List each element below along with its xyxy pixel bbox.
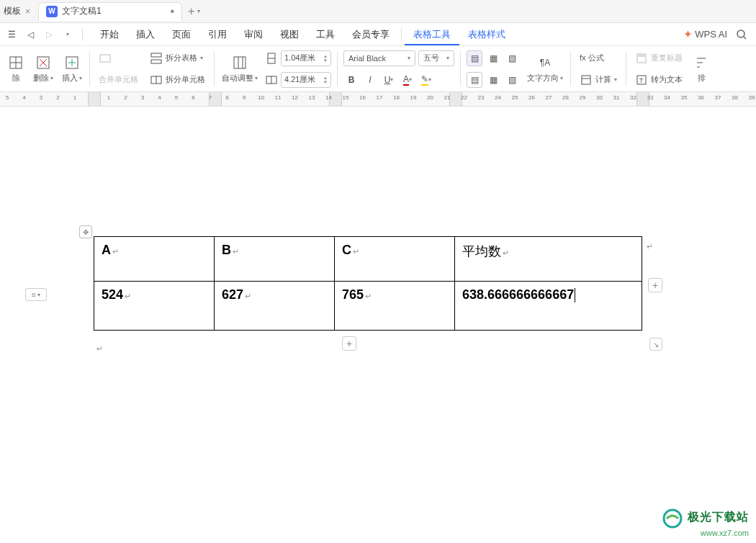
label: 自动调整 (222, 73, 253, 84)
col-width-input[interactable]: 4.21厘米 ▲▼ (281, 72, 331, 88)
menu-reference[interactable]: 引用 (199, 24, 235, 45)
menu-start[interactable]: 开始 (91, 24, 127, 45)
menu-member[interactable]: 会员专享 (343, 24, 398, 45)
table-cell[interactable]: 524↵ (94, 282, 215, 331)
font-size-select[interactable]: 五号▾ (418, 50, 454, 66)
document-table[interactable]: A↵ B↵ C↵ 平均数↵ 524↵ 627↵ 765↵ 638.6666666… (94, 236, 642, 331)
ruler-tick: 12 (288, 94, 302, 101)
table-resize-handle[interactable]: ↘ (649, 338, 662, 351)
forward-icon[interactable]: ▷ (42, 27, 56, 42)
horizontal-ruler[interactable]: 5432112345678910111213141516171819202122… (0, 92, 756, 107)
chevron-down-icon[interactable]: ▾ (197, 8, 200, 14)
menu-tools[interactable]: 工具 (307, 24, 343, 45)
menu-icon[interactable]: ☰ (4, 27, 19, 42)
merge-cells-label[interactable]: 合并单元格 (96, 73, 141, 86)
paragraph-mark-icon: ↵ (125, 292, 131, 300)
search-icon[interactable] (734, 27, 749, 42)
font-select[interactable]: Arial Black▾ (343, 50, 415, 66)
document-area[interactable]: ✥ ≡ ▾ A↵ B↵ C↵ 平均数↵ 524↵ 627↵ 765↵ 638.6… (0, 107, 756, 543)
table-move-handle[interactable]: ✥ (79, 225, 92, 238)
value: 4.21厘米 (284, 74, 315, 85)
table-cell[interactable]: 627↵ (215, 282, 335, 331)
back-icon[interactable]: ◁ (23, 27, 37, 42)
text-direction-button[interactable]: ¶A 文字方向▾ (523, 49, 567, 89)
sort-icon (693, 54, 710, 71)
bold-button[interactable]: B (343, 72, 359, 88)
table-cell[interactable]: 638.666666666667 (455, 282, 642, 331)
ruler-tick: 23 (474, 94, 488, 101)
align-mid-center-button[interactable]: ▦ (485, 72, 501, 88)
menu-table-style[interactable]: 表格样式 (459, 24, 514, 45)
merge-cells-button[interactable] (96, 50, 114, 66)
italic-button[interactable]: I (362, 72, 378, 88)
value: 1.04厘米 (284, 53, 315, 63)
delete-button[interactable]: 删除▾ (29, 49, 58, 89)
merge-icon (99, 52, 112, 65)
menu-insert[interactable]: 插入 (127, 24, 163, 45)
table-cell[interactable]: 765↵ (335, 282, 455, 331)
add-row-button[interactable]: + (342, 336, 356, 351)
ruler-tick: 32 (626, 94, 641, 101)
align-top-right-button[interactable]: ▧ (504, 50, 520, 66)
svg-rect-26 (637, 54, 646, 57)
new-tab-button[interactable]: + ▾ (182, 5, 206, 18)
underline-button[interactable]: U▾ (381, 72, 397, 88)
table-cell[interactable]: A↵ (94, 237, 215, 282)
label: 排 (698, 73, 706, 84)
value: 五号 (423, 53, 439, 63)
ruler-tick: 14 (322, 94, 336, 101)
sort-button[interactable]: 排 (688, 49, 710, 89)
split-cell-icon (150, 73, 163, 86)
align-mid-right-button[interactable]: ▧ (504, 72, 520, 88)
cell-text: C (342, 243, 351, 257)
table-row[interactable]: A↵ B↵ C↵ 平均数↵ (94, 237, 642, 282)
separator (570, 52, 571, 86)
table-row[interactable]: 524↵ 627↵ 765↵ 638.666666666667 (94, 282, 642, 331)
cell-text: 524 (102, 287, 123, 302)
wps-ai-button[interactable]: ✦ WPS AI (684, 29, 727, 40)
menu-review[interactable]: 审阅 (235, 24, 271, 45)
align-top-left-button[interactable]: ▤ (467, 50, 482, 66)
close-icon[interactable]: × (25, 6, 30, 17)
separator (460, 52, 461, 86)
align-top-center-button[interactable]: ▦ (485, 50, 501, 66)
tab-template[interactable]: 模板 × (0, 2, 38, 21)
ruler-tick: 5 (0, 94, 14, 101)
insert-button[interactable]: 插入▾ (58, 49, 86, 89)
text-cursor (575, 288, 575, 302)
chevron-down-icon[interactable]: ▾ (60, 27, 75, 42)
split-table-button[interactable]: 拆分表格▾ (147, 50, 206, 66)
paragraph-mark-icon: ↵ (233, 247, 239, 256)
to-text-button[interactable]: T 转为文本 (632, 72, 685, 88)
ruler-tick: 4 (153, 94, 167, 101)
autofit-button[interactable]: 自动调整▾ (217, 49, 262, 89)
align-mid-left-button[interactable]: ▤ (467, 72, 482, 88)
label: 拆分单元格 (166, 74, 205, 85)
ruler-tick: 28 (559, 94, 573, 101)
doc-icon: W (46, 6, 58, 17)
row-height-input[interactable]: 1.04厘米 ▲▼ (281, 50, 331, 66)
font-color-button[interactable]: A▾ (400, 72, 415, 88)
svg-rect-23 (582, 76, 590, 84)
menu-table-tools[interactable]: 表格工具 (405, 24, 459, 45)
table-cell[interactable]: C↵ (335, 237, 455, 282)
menu-page[interactable]: 页面 (163, 24, 199, 45)
split-cell-button[interactable]: 拆分单元格 (147, 72, 208, 88)
repeat-header-button[interactable]: 重复标题 (632, 50, 685, 66)
label: 重复标题 (651, 53, 683, 63)
label: 插入 (62, 73, 78, 84)
calc-button[interactable]: 计算▾ (577, 72, 620, 88)
add-column-button[interactable]: + (648, 278, 662, 292)
highlight-button[interactable]: ✎▾ (418, 72, 434, 88)
ruler-marker[interactable] (88, 92, 101, 106)
row-handle[interactable]: ≡ ▾ (25, 288, 47, 301)
tab-document[interactable]: W 文字文稿1 • (38, 2, 182, 21)
ruler-tick: 29 (575, 94, 590, 101)
table-cell[interactable]: B↵ (215, 237, 335, 282)
table-cell[interactable]: 平均数↵ (455, 237, 642, 282)
label: 计算 (595, 74, 611, 85)
tab-label: 模板 (4, 5, 21, 17)
formula-button[interactable]: fx 公式 (577, 51, 607, 65)
menu-view[interactable]: 视图 (271, 24, 307, 45)
delete-top-button[interactable]: 除 (3, 49, 29, 89)
